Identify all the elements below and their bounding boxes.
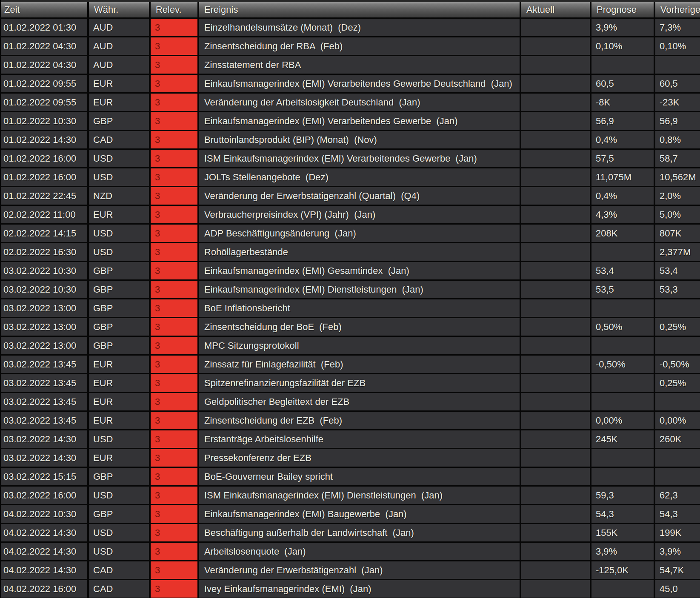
cell-vorherige: 7,3% [655, 19, 700, 36]
cell-vorherige: -23K [655, 94, 700, 111]
cell-vorherige [655, 393, 700, 410]
table-row[interactable]: 01.02.2022 04:30 AUD 3 Zinsentscheidung … [1, 37, 700, 56]
cell-aktuell [521, 412, 591, 429]
cell-waehrung: USD [89, 430, 151, 448]
relevance-badge: 3 [151, 94, 199, 111]
cell-waehrung: GBP [89, 112, 151, 130]
relevance-badge: 3 [151, 150, 199, 167]
column-header-relevanz[interactable]: Relev. [151, 2, 199, 17]
table-row[interactable]: 03.02.2022 15:15 GBP 3 BoE-Gouverneur Ba… [1, 468, 700, 487]
table-row[interactable]: 04.02.2022 10:30 GBP 3 Einkaufsmanagerin… [1, 505, 700, 524]
table-row[interactable]: 02.02.2022 11:00 EUR 3 Verbraucherpreisi… [1, 206, 700, 225]
cell-waehrung: USD [89, 487, 151, 504]
relevance-badge: 3 [151, 356, 199, 373]
table-row[interactable]: 04.02.2022 14:30 USD 3 Beschäftigung auß… [1, 524, 700, 543]
cell-vorherige: 60,5 [655, 75, 700, 92]
cell-prognose [591, 299, 655, 317]
table-row[interactable]: 04.02.2022 16:00 CAD 3 Ivey Einkaufsmana… [1, 580, 700, 598]
cell-aktuell [521, 19, 591, 36]
table-row[interactable]: 03.02.2022 13:45 EUR 3 Geldpolitischer B… [1, 393, 700, 412]
table-row[interactable]: 04.02.2022 14:30 USD 3 Arbeitslosenquote… [1, 543, 700, 561]
cell-vorherige: 199K [655, 524, 700, 541]
table-row[interactable]: 01.02.2022 04:30 AUD 3 Zinsstatement der… [1, 56, 700, 75]
relevance-badge: 3 [151, 543, 199, 560]
cell-prognose: 11,075M [591, 168, 655, 186]
cell-aktuell [521, 543, 591, 560]
cell-vorherige: 0,25% [655, 374, 700, 392]
cell-ereignis: Zinsstatement der RBA [199, 56, 521, 74]
cell-waehrung: GBP [89, 318, 151, 336]
cell-prognose [591, 337, 655, 354]
cell-zeit: 01.02.2022 04:30 [1, 56, 89, 74]
cell-ereignis: Erstanträge Arbeitslosenhilfe [199, 430, 521, 448]
table-row[interactable]: 02.02.2022 16:30 USD 3 Rohöllagerbeständ… [1, 243, 700, 262]
column-header-prognose[interactable]: Prognose [591, 2, 655, 17]
table-row[interactable]: 02.02.2022 14:15 USD 3 ADP Beschäftigung… [1, 225, 700, 243]
table-row[interactable]: 03.02.2022 13:45 EUR 3 Spitzenrefinanzie… [1, 374, 700, 393]
table-row[interactable]: 01.02.2022 16:00 USD 3 ISM Einkaufsmanag… [1, 150, 700, 168]
cell-vorherige: 0,25% [655, 318, 700, 336]
cell-vorherige: 5,0% [655, 206, 700, 223]
cell-ereignis: Einkaufsmanagerindex (EMI) Verarbeitende… [199, 112, 521, 130]
table-row[interactable]: 03.02.2022 10:30 GBP 3 Einkaufsmanagerin… [1, 281, 700, 299]
cell-aktuell [521, 430, 591, 448]
cell-zeit: 01.02.2022 10:30 [1, 112, 89, 130]
cell-waehrung: USD [89, 243, 151, 261]
table-row[interactable]: 03.02.2022 13:00 GBP 3 Zinsentscheidung … [1, 318, 700, 337]
cell-aktuell [521, 393, 591, 410]
table-row[interactable]: 04.02.2022 14:30 CAD 3 Veränderung der E… [1, 561, 700, 580]
table-row[interactable]: 03.02.2022 10:30 GBP 3 Einkaufsmanagerin… [1, 262, 700, 281]
table-row[interactable]: 03.02.2022 13:00 GBP 3 BoE Inflationsber… [1, 299, 700, 318]
cell-prognose: 57,5 [591, 150, 655, 167]
cell-zeit: 03.02.2022 13:45 [1, 374, 89, 392]
cell-vorherige: 3,9% [655, 543, 700, 560]
table-row[interactable]: 03.02.2022 13:00 GBP 3 MPC Sitzungsproto… [1, 337, 700, 356]
cell-ereignis: Beschäftigung außerhalb der Landwirtscha… [199, 524, 521, 541]
table-row[interactable]: 03.02.2022 13:45 EUR 3 Zinssatz für Einl… [1, 356, 700, 374]
table-row[interactable]: 01.02.2022 16:00 USD 3 JOLTs Stellenange… [1, 168, 700, 187]
relevance-badge: 3 [151, 37, 199, 55]
cell-zeit: 03.02.2022 13:45 [1, 393, 89, 410]
table-row[interactable]: 01.02.2022 09:55 EUR 3 Einkaufsmanagerin… [1, 75, 700, 94]
table-row[interactable]: 01.02.2022 09:55 EUR 3 Veränderung der A… [1, 94, 700, 112]
cell-prognose: 0,10% [591, 37, 655, 55]
relevance-badge: 3 [151, 412, 199, 429]
table-row[interactable]: 01.02.2022 22:45 NZD 3 Veränderung der E… [1, 187, 700, 206]
table-row[interactable]: 01.02.2022 01:30 AUD 3 Einzelhandelsumsä… [1, 19, 700, 37]
cell-prognose [591, 468, 655, 485]
cell-ereignis: Geldpolitischer Begleittext der EZB [199, 393, 521, 410]
relevance-badge: 3 [151, 487, 199, 504]
table-row[interactable]: 03.02.2022 14:30 USD 3 Erstanträge Arbei… [1, 430, 700, 449]
table-row[interactable]: 03.02.2022 13:45 EUR 3 Zinsentscheidung … [1, 412, 700, 430]
cell-ereignis: ISM Einkaufsmanagerindex (EMI) Dienstlei… [199, 487, 521, 504]
cell-vorherige: 2,0% [655, 187, 700, 205]
table-row[interactable]: 03.02.2022 14:30 EUR 3 Pressekonferenz d… [1, 449, 700, 468]
cell-waehrung: USD [89, 150, 151, 167]
cell-zeit: 01.02.2022 01:30 [1, 19, 89, 36]
cell-ereignis: Bruttoinlandsprodukt (BIP) (Monat) (Nov) [199, 131, 521, 148]
cell-zeit: 01.02.2022 22:45 [1, 187, 89, 205]
column-header-waehrung[interactable]: Währ. [89, 2, 151, 17]
cell-waehrung: AUD [89, 37, 151, 55]
relevance-badge: 3 [151, 449, 199, 467]
cell-waehrung: GBP [89, 468, 151, 485]
cell-vorherige: 0,8% [655, 131, 700, 148]
cell-zeit: 04.02.2022 16:00 [1, 580, 89, 598]
cell-ereignis: Veränderung der Erwerbstätigenzahl (Quar… [199, 187, 521, 205]
cell-aktuell [521, 94, 591, 111]
table-row[interactable]: 03.02.2022 16:00 USD 3 ISM Einkaufsmanag… [1, 487, 700, 505]
relevance-badge: 3 [151, 281, 199, 298]
cell-zeit: 03.02.2022 13:00 [1, 318, 89, 336]
cell-vorherige: 0,00% [655, 412, 700, 429]
cell-prognose: 245K [591, 430, 655, 448]
cell-ereignis: Verbraucherpreisindex (VPI) (Jahr) (Jan) [199, 206, 521, 223]
cell-zeit: 03.02.2022 10:30 [1, 262, 89, 279]
column-header-zeit[interactable]: Zeit [1, 2, 89, 17]
column-header-vorherige[interactable]: Vorherige [655, 2, 700, 17]
table-row[interactable]: 01.02.2022 14:30 CAD 3 Bruttoinlandsprod… [1, 131, 700, 150]
cell-zeit: 01.02.2022 09:55 [1, 75, 89, 92]
cell-vorherige: 62,3 [655, 487, 700, 504]
column-header-aktuell[interactable]: Aktuell [521, 2, 591, 17]
column-header-ereignis[interactable]: Ereignis [199, 2, 521, 17]
table-row[interactable]: 01.02.2022 10:30 GBP 3 Einkaufsmanagerin… [1, 112, 700, 131]
